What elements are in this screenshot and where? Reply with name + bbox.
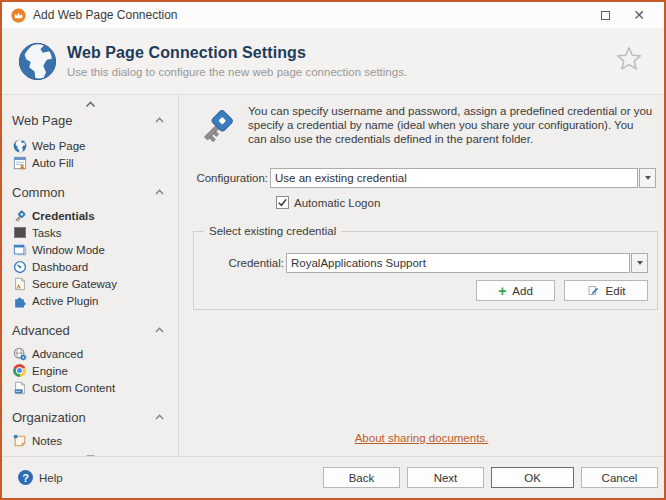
help-label: Help xyxy=(39,472,63,484)
sidebar-item-label: Secure Gateway xyxy=(32,278,117,290)
automatic-logon-checkbox[interactable] xyxy=(276,196,289,209)
gauge-icon xyxy=(12,259,27,274)
automatic-logon-label: Automatic Logon xyxy=(294,197,380,209)
sidebar-item-label: Dashboard xyxy=(32,261,88,273)
chevron-up-icon xyxy=(155,327,164,333)
sidebar-section-common[interactable]: Common xyxy=(12,184,164,200)
sidebar-item-engine[interactable]: Engine xyxy=(2,362,178,379)
key-icon xyxy=(12,208,27,223)
dialog-header: Web Page Connection Settings Use this di… xyxy=(2,28,664,95)
credential-row: Credential: RoyalApplications Support xyxy=(194,253,648,273)
chevron-up-icon xyxy=(85,101,96,108)
tasks-icon xyxy=(12,225,27,240)
sidebar-section-web-page[interactable]: Web Page xyxy=(12,112,164,128)
ok-button[interactable]: OK xyxy=(491,467,574,488)
sidebar-item-custom-content[interactable]: Custom Content xyxy=(2,379,178,396)
sidebar-section-advanced[interactable]: Advanced xyxy=(12,322,164,338)
window-title: Add Web Page Connection xyxy=(33,8,178,22)
section-label: Web Page xyxy=(12,113,72,128)
sidebar-item-label: Notes xyxy=(32,435,62,447)
footer-buttons: Back Next OK Cancel xyxy=(323,467,658,488)
sidebar-item-web-page[interactable]: Web Page xyxy=(2,137,178,154)
header-texts: Web Page Connection Settings Use this di… xyxy=(67,44,407,78)
settings-panel: You can specify username and password, a… xyxy=(179,95,664,456)
edit-pencil-icon xyxy=(587,284,600,297)
maximize-button[interactable] xyxy=(588,2,622,28)
dropdown-arrow-icon xyxy=(645,176,651,180)
configuration-row: Configuration: Use an existing credentia… xyxy=(179,168,656,188)
credential-buttons: + Add Edit xyxy=(476,280,648,301)
dialog-body: Web Page Web Page Auto Fill xyxy=(2,95,664,456)
sidebar: Web Page Web Page Auto Fill xyxy=(2,95,179,456)
sidebar-items: Notes xyxy=(2,432,178,449)
add-button-label: Add xyxy=(512,285,532,297)
puzzle-icon xyxy=(12,293,27,308)
sidebar-item-dashboard[interactable]: Dashboard xyxy=(2,258,178,275)
sidebar-items: Web Page Auto Fill xyxy=(2,137,178,171)
help-icon: ? xyxy=(18,470,33,485)
section-label: Organization xyxy=(12,410,86,425)
checkmark-icon xyxy=(277,197,288,208)
chevron-up-icon xyxy=(155,189,164,195)
select-existing-credential-group: Select existing credential Credential: R… xyxy=(193,231,658,310)
help-button[interactable]: ? Help xyxy=(18,470,63,485)
cancel-button[interactable]: Cancel xyxy=(581,467,658,488)
page-title: Web Page Connection Settings xyxy=(67,44,407,62)
sidebar-item-credentials[interactable]: Credentials xyxy=(2,207,178,224)
sidebar-item-label: Credentials xyxy=(32,210,95,222)
title-bar: Add Web Page Connection ✕ xyxy=(2,2,664,28)
section-label: Common xyxy=(12,185,65,200)
secure-gateway-icon xyxy=(12,276,27,291)
configuration-value[interactable]: Use an existing credential xyxy=(270,168,638,188)
configuration-dropdown-button[interactable] xyxy=(639,168,656,188)
configuration-label: Configuration: xyxy=(179,172,268,184)
document-code-icon xyxy=(12,380,27,395)
about-sharing-documents-link[interactable]: About sharing documents. xyxy=(179,432,664,444)
credential-dropdown-button[interactable] xyxy=(631,253,648,273)
window-controls: ✕ xyxy=(588,2,656,28)
sidebar-item-label: Web Page xyxy=(32,140,86,152)
note-icon xyxy=(12,433,27,448)
credential-label: Credential: xyxy=(194,257,284,269)
close-icon: ✕ xyxy=(633,8,645,22)
globe-gear-icon xyxy=(12,346,27,361)
back-button[interactable]: Back xyxy=(323,467,400,488)
sidebar-item-label: Auto Fill xyxy=(32,157,74,169)
sidebar-item-window-mode[interactable]: Window Mode xyxy=(2,241,178,258)
sidebar-items: Advanced Engine Custom Content xyxy=(2,345,178,396)
sidebar-section-organization[interactable]: Organization xyxy=(12,409,164,425)
sidebar-item-label: Tasks xyxy=(32,227,61,239)
chevron-up-icon xyxy=(155,414,164,420)
window-icon xyxy=(12,242,27,257)
globe-icon xyxy=(12,138,27,153)
sidebar-item-advanced[interactable]: Advanced xyxy=(2,345,178,362)
sidebar-item-active-plugin[interactable]: Active Plugin xyxy=(2,292,178,309)
plus-icon: + xyxy=(498,284,506,298)
sidebar-item-secure-gateway[interactable]: Secure Gateway xyxy=(2,275,178,292)
configuration-combobox: Use an existing credential xyxy=(270,168,656,188)
page-subtitle: Use this dialog to configure the new web… xyxy=(67,66,407,78)
sidebar-item-notes[interactable]: Notes xyxy=(2,432,178,449)
add-credential-button[interactable]: + Add xyxy=(476,280,555,301)
credential-value[interactable]: RoyalApplications Support xyxy=(286,253,630,273)
favorite-star-icon[interactable] xyxy=(614,44,644,74)
sidebar-items: Credentials Tasks Window Mode Dashb xyxy=(2,207,178,309)
section-label: Advanced xyxy=(12,323,70,338)
automatic-logon-row: Automatic Logon xyxy=(276,196,380,209)
edit-credential-button[interactable]: Edit xyxy=(564,280,648,301)
sidebar-item-auto-fill[interactable]: Auto Fill xyxy=(2,154,178,171)
sidebar-item-label: Window Mode xyxy=(32,244,105,256)
sidebar-item-label: Engine xyxy=(32,365,68,377)
info-row: You can specify username and password, a… xyxy=(199,105,654,146)
credential-combobox: RoyalApplications Support xyxy=(286,253,648,273)
maximize-icon xyxy=(601,11,610,20)
sidebar-item-tasks[interactable]: Tasks xyxy=(2,224,178,241)
edit-button-label: Edit xyxy=(606,285,626,297)
auto-fill-icon xyxy=(12,155,27,170)
close-button[interactable]: ✕ xyxy=(622,2,656,28)
dialog-window: Add Web Page Connection ✕ Web Page Conne… xyxy=(0,0,666,500)
sidebar-scroll-up[interactable] xyxy=(2,98,178,110)
next-button[interactable]: Next xyxy=(407,467,484,488)
credentials-description: You can specify username and password, a… xyxy=(248,105,654,146)
dropdown-arrow-icon xyxy=(637,261,643,265)
